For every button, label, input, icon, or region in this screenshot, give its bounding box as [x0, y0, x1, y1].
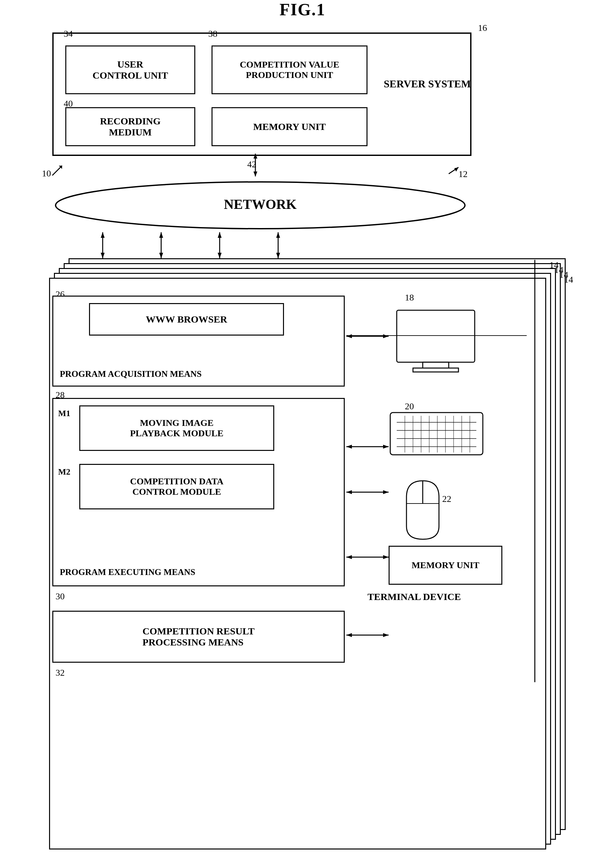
- network-ellipse: NETWORK: [52, 180, 468, 231]
- mouse-icon: [390, 477, 455, 542]
- label-38: 38: [208, 29, 217, 39]
- arrow-42: [251, 152, 260, 178]
- svg-marker-20: [276, 253, 280, 258]
- svg-marker-53: [346, 633, 352, 637]
- svg-marker-54: [383, 633, 389, 637]
- diagram: FIG.1 16 34 USERCONTROL UNIT 38 COMPETIT…: [26, 0, 579, 818]
- svg-rect-27: [390, 412, 483, 455]
- label-30: 30: [56, 591, 65, 601]
- svg-marker-3: [253, 153, 258, 158]
- network-arrow-3: [215, 231, 225, 260]
- m1-label: M1: [58, 409, 70, 418]
- program-executing-means-label: PROGRAM EXECUTING MEANS: [60, 567, 195, 577]
- server-system-label: SERVER SYSTEM: [384, 78, 471, 90]
- arrow-result-memory: [345, 630, 390, 640]
- moving-image-playback-module-label: MOVING IMAGEPLAYBACK MODULE: [130, 418, 223, 439]
- svg-rect-26: [413, 368, 458, 372]
- memory-unit-terminal-box: MEMORY UNIT: [389, 546, 502, 585]
- label-10: 10: [42, 168, 51, 179]
- svg-marker-47: [346, 490, 352, 494]
- svg-marker-43: [383, 445, 389, 449]
- svg-marker-50: [346, 555, 352, 559]
- memory-unit-server-box: MEMORY UNIT: [211, 107, 368, 146]
- svg-marker-48: [383, 490, 389, 494]
- label-18: 18: [405, 292, 414, 303]
- svg-marker-13: [159, 232, 163, 238]
- competition-value-production-unit-label: COMPETITION VALUEPRODUCTION UNIT: [240, 59, 339, 80]
- competition-result-processing-means-box: COMPETITION RESULTPROCESSING MEANS: [52, 611, 345, 663]
- label-16: 16: [478, 23, 487, 33]
- arrow-12: [447, 166, 460, 175]
- moving-image-playback-module-box: MOVING IMAGEPLAYBACK MODULE: [79, 405, 274, 451]
- memory-unit-server-label: MEMORY UNIT: [253, 121, 326, 132]
- svg-marker-42: [346, 445, 352, 449]
- label-34: 34: [64, 29, 73, 39]
- user-control-unit-label: USERCONTROL UNIT: [93, 59, 168, 81]
- network-arrow-2: [156, 231, 166, 260]
- svg-marker-17: [218, 253, 222, 258]
- arrow-10: [51, 164, 64, 177]
- competition-data-control-module-box: COMPETITION DATACONTROL MODULE: [79, 464, 274, 509]
- network-arrow-4: [273, 231, 283, 260]
- network-arrow-1: [98, 231, 107, 260]
- svg-marker-10: [101, 232, 105, 238]
- monitor-icon: [390, 304, 481, 378]
- competition-value-production-unit-box: COMPETITION VALUEPRODUCTION UNIT: [211, 45, 368, 94]
- vertical-line-right: [527, 260, 543, 682]
- program-acquisition-means-label: PROGRAM ACQUISITION MEANS: [60, 369, 202, 379]
- recording-medium-label: RECORDINGMEDIUM: [100, 116, 161, 138]
- svg-marker-4: [253, 172, 258, 177]
- memory-unit-terminal-label: MEMORY UNIT: [412, 560, 479, 570]
- svg-marker-14: [159, 253, 163, 258]
- label-14-4: 14: [564, 274, 573, 285]
- www-browser-label: WWW BROWSER: [146, 314, 227, 325]
- label-32: 32: [56, 668, 65, 678]
- svg-text:NETWORK: NETWORK: [224, 197, 297, 212]
- arrow-executing-keyboard: [345, 442, 390, 451]
- m2-label: M2: [58, 467, 70, 477]
- svg-marker-16: [218, 232, 222, 238]
- svg-marker-11: [101, 253, 105, 258]
- page-title: FIG.1: [279, 0, 325, 19]
- terminal-device-label: TERMINAL DEVICE: [368, 591, 461, 602]
- h-arrow-to-vertical-1: [345, 331, 528, 341]
- competition-result-processing-means-label: COMPETITION RESULTPROCESSING MEANS: [143, 626, 255, 648]
- svg-marker-51: [383, 555, 389, 559]
- recording-medium-box: RECORDINGMEDIUM: [65, 107, 195, 146]
- program-acquisition-means-box: WWW BROWSER PROGRAM ACQUISITION MEANS: [52, 296, 345, 387]
- arrow-competition-mouse: [345, 487, 390, 497]
- keyboard-icon: [389, 408, 486, 460]
- competition-data-control-module-label: COMPETITION DATACONTROL MODULE: [130, 476, 223, 497]
- svg-marker-19: [276, 232, 280, 238]
- www-browser-box: WWW BROWSER: [89, 303, 284, 336]
- arrow-memory-terminal: [345, 552, 390, 562]
- user-control-unit-box: USERCONTROL UNIT: [65, 45, 195, 94]
- program-executing-means-box: M1 MOVING IMAGEPLAYBACK MODULE M2 COMPET…: [52, 398, 345, 586]
